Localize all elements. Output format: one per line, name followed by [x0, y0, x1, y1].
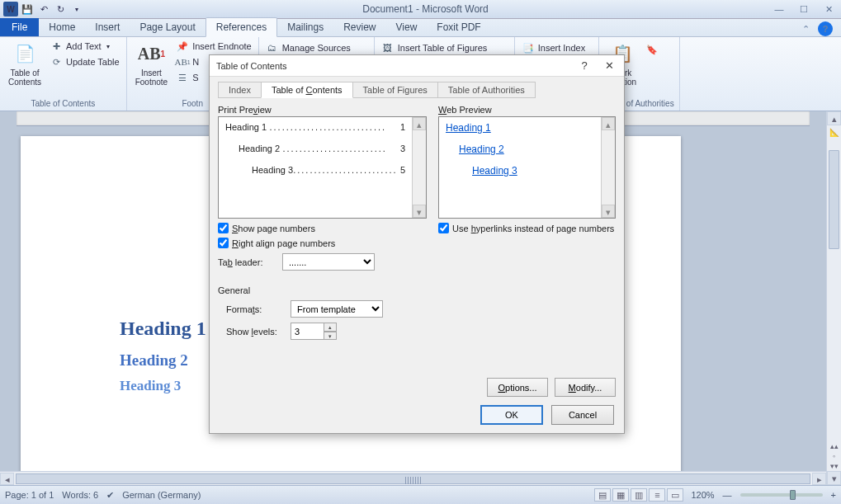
- browse-object-icon[interactable]: ◦: [833, 452, 835, 460]
- use-hyperlinks-checkbox[interactable]: Use hyperlinks instead of page numbers: [438, 223, 616, 233]
- show-levels-input[interactable]: [291, 323, 324, 340]
- web-item-2[interactable]: Heading 2: [459, 144, 594, 155]
- view-buttons: ▤ ▦ ▥ ≡ ▭: [594, 488, 683, 502]
- tab-insert[interactable]: Insert: [85, 18, 130, 36]
- add-text-button[interactable]: ✚Add Text▾: [48, 39, 121, 54]
- web-preview-box: Heading 1 Heading 2 Heading 3 ▴▾: [438, 116, 616, 219]
- close-window-icon[interactable]: ✕: [816, 0, 841, 18]
- cancel-button[interactable]: Cancel: [551, 405, 614, 425]
- scroll-up-icon[interactable]: ▴: [827, 111, 841, 125]
- undo-icon[interactable]: ↶: [36, 2, 51, 16]
- insert-table-figures-button[interactable]: 🖼Insert Table of Figures: [380, 40, 489, 55]
- formats-label: Formats:: [226, 304, 286, 314]
- options-button[interactable]: Options...: [487, 378, 548, 397]
- tab-view[interactable]: View: [386, 18, 428, 36]
- tab-foxit-pdf[interactable]: Foxit PDF: [427, 18, 490, 36]
- hscroll-thumb[interactable]: [16, 473, 810, 484]
- update-icon: ⟳: [50, 55, 63, 68]
- update-table-button[interactable]: ⟳Update Table: [48, 54, 121, 69]
- show-page-numbers-checkbox[interactable]: Show page numbers: [218, 223, 427, 233]
- outline-view-icon[interactable]: ≡: [649, 488, 665, 502]
- toc-dialog: Table of Contents ? ✕ Index Table of Con…: [209, 54, 625, 434]
- status-zoom[interactable]: 120%: [691, 490, 714, 500]
- index-icon: 📑: [522, 41, 535, 54]
- status-language[interactable]: German (Germany): [122, 490, 201, 500]
- spin-up-icon[interactable]: ▴: [324, 323, 337, 332]
- toc-icon: 📄: [12, 40, 38, 67]
- modify-button[interactable]: Modify...: [555, 378, 616, 397]
- insert-index-button[interactable]: 📑Insert Index: [520, 40, 593, 55]
- prev-page-icon[interactable]: ▴▴: [830, 442, 839, 450]
- manage-sources-button[interactable]: 🗂Manage Sources: [264, 40, 352, 55]
- minimize-ribbon-icon[interactable]: ⌃: [798, 21, 813, 36]
- web-layout-view-icon[interactable]: ▥: [631, 488, 647, 502]
- next-page-icon[interactable]: ▾▾: [830, 462, 839, 470]
- draft-view-icon[interactable]: ▭: [667, 488, 683, 502]
- web-preview-scrollbar[interactable]: ▴▾: [601, 117, 615, 218]
- web-item-1[interactable]: Heading 1: [446, 122, 594, 134]
- spin-down-icon[interactable]: ▾: [324, 332, 337, 341]
- hscroll-right-icon[interactable]: ▸: [812, 473, 826, 485]
- sources-icon: 🗂: [266, 41, 279, 54]
- save-icon[interactable]: 💾: [20, 2, 35, 16]
- formats-select[interactable]: From template: [291, 300, 383, 318]
- horizontal-scrollbar[interactable]: ◂ ▸: [0, 471, 826, 485]
- dialog-close-icon[interactable]: ✕: [601, 59, 617, 72]
- tab-home[interactable]: Home: [39, 18, 85, 36]
- qat-dropdown-icon[interactable]: ▾: [69, 2, 84, 16]
- file-tab[interactable]: File: [0, 18, 39, 36]
- group-label-toc: Table of Contents: [5, 97, 121, 109]
- tab-mailings[interactable]: Mailings: [277, 18, 333, 36]
- dialog-help-icon[interactable]: ?: [576, 59, 593, 72]
- full-screen-view-icon[interactable]: ▦: [612, 488, 629, 502]
- toa-icon: 🔖: [645, 43, 659, 56]
- insert-endnote-button[interactable]: 📌Insert Endnote: [174, 39, 253, 54]
- status-words[interactable]: Words: 6: [62, 490, 98, 500]
- redo-icon[interactable]: ↻: [53, 2, 68, 16]
- hscroll-left-icon[interactable]: ◂: [0, 473, 14, 485]
- tab-references[interactable]: References: [206, 17, 277, 37]
- tab-leader-select[interactable]: .......: [282, 253, 375, 271]
- tab-page-layout[interactable]: Page Layout: [130, 18, 205, 36]
- tab-review[interactable]: Review: [333, 18, 385, 36]
- print-item-1: Heading 1 ............................ 1: [225, 122, 405, 134]
- statusbar: Page: 1 of 1 Words: 6 ✔ German (Germany)…: [0, 485, 841, 504]
- help-icon[interactable]: ?: [818, 21, 833, 36]
- web-item-3[interactable]: Heading 3: [472, 165, 594, 177]
- scroll-thumb[interactable]: [829, 150, 839, 249]
- vertical-scrollbar[interactable]: ▴ 📐 ▴▴ ◦ ▾▾ ▾: [826, 111, 841, 485]
- print-layout-view-icon[interactable]: ▤: [594, 488, 611, 502]
- figures-icon: 🖼: [381, 41, 395, 54]
- proofing-icon[interactable]: ✔: [106, 490, 114, 501]
- insert-footnote-button[interactable]: AB1 Insert Footnote: [132, 39, 171, 97]
- dtab-tof[interactable]: Table of Figures: [352, 82, 438, 98]
- next-icon: AB1: [176, 55, 189, 68]
- print-preview-box: Heading 1 ............................ 1…: [218, 116, 427, 219]
- maximize-icon[interactable]: ☐: [791, 0, 816, 18]
- dtab-toa[interactable]: Table of Authorities: [437, 82, 536, 98]
- show-levels-spinner[interactable]: ▴▾: [291, 323, 337, 340]
- toa-extra-icon[interactable]: 🔖: [644, 42, 660, 57]
- titlebar: W 💾 ↶ ↻ ▾ Document1 - Microsoft Word — ☐…: [0, 0, 841, 19]
- zoom-slider[interactable]: [740, 493, 823, 497]
- dtab-index[interactable]: Index: [218, 82, 262, 98]
- zoom-in-icon[interactable]: +: [831, 490, 836, 500]
- word-app-icon[interactable]: W: [3, 2, 18, 16]
- scroll-down-icon[interactable]: ▾: [827, 471, 841, 485]
- web-preview-label: Web Preview: [438, 105, 616, 115]
- zoom-out-icon[interactable]: —: [723, 490, 732, 500]
- tab-leader-label: Tab leader:: [218, 257, 277, 267]
- window-title: Document1 - Microsoft Word: [84, 3, 767, 15]
- footnote-icon: AB1: [138, 40, 164, 67]
- status-page[interactable]: Page: 1 of 1: [5, 490, 54, 500]
- dtab-toc[interactable]: Table of Contents: [261, 82, 353, 98]
- minimize-icon[interactable]: —: [767, 0, 791, 18]
- print-preview-scrollbar[interactable]: ▴▾: [412, 117, 426, 218]
- dialog-title: Table of Contents: [216, 61, 287, 71]
- right-align-checkbox[interactable]: Right align page numbers: [218, 238, 427, 248]
- dialog-titlebar: Table of Contents ? ✕: [210, 55, 624, 77]
- ruler-icon[interactable]: 📐: [829, 128, 839, 137]
- table-of-contents-button[interactable]: 📄 Table of Contents: [5, 39, 45, 97]
- ok-button[interactable]: OK: [480, 405, 543, 425]
- show-levels-label: Show levels:: [226, 327, 286, 337]
